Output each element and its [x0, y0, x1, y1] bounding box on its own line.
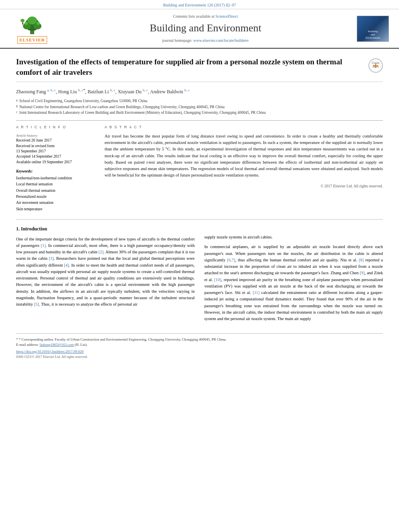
publisher-logo-area: ELSEVIER — [8, 13, 56, 44]
journal-banner: Building and Environment 126 (2017) 82–9… — [0, 0, 399, 9]
corresponding-footnote: * * Corresponding author. Faculty of Urb… — [16, 337, 383, 342]
intro-heading: 1. Introduction — [16, 225, 195, 233]
authors-line: Zhaosong Fang a, b, c, Hong Liu b, c*, B… — [16, 88, 383, 95]
elsevier-logo: ELSEVIER — [17, 13, 47, 44]
keywords-list: Isothermal/non-isothermal condition Loca… — [16, 176, 97, 212]
svg-point-9 — [21, 19, 25, 22]
intro-col-left: 1. Introduction One of the important des… — [16, 225, 195, 325]
article-content: Investigation of the effects of temperat… — [0, 49, 399, 368]
elsevier-label: ELSEVIER — [17, 36, 47, 44]
journal-header: ELSEVIER Contents lists available at Sci… — [0, 9, 399, 49]
crossmark-icon: Cross Mark — [368, 58, 383, 73]
journal-cover-image: BuildingandEnvironment — [357, 16, 389, 42]
article-info-col: A R T I C L E I N F O Article history: R… — [16, 125, 97, 213]
cite-11[interactable]: [11] — [253, 290, 259, 295]
article-info-abstract: A R T I C L E I N F O Article history: R… — [16, 120, 383, 213]
journal-title: Building and Environment — [56, 21, 355, 35]
doi-line: https://doi.org/10.1016/j.buildenv.2017.… — [16, 349, 383, 354]
cite-4[interactable]: [4] — [64, 263, 69, 267]
keyword-4: Personalized nozzle — [16, 194, 97, 199]
introduction-section: 1. Introduction One of the important des… — [16, 225, 383, 325]
journal-cover-area: BuildingandEnvironment — [355, 16, 391, 42]
corresponding-email[interactable]: liuhong1865@163.com — [39, 343, 74, 347]
cite-1[interactable]: [1] — [41, 243, 45, 248]
received-date: Received 20 June 2017 — [16, 138, 97, 143]
abstract-text: Air travel has become the most popular f… — [105, 133, 383, 179]
intro-p1: One of the important design criteria for… — [16, 236, 195, 308]
svg-point-5 — [27, 16, 37, 25]
cite-10[interactable]: [10] — [214, 277, 222, 282]
article-title: Investigation of the effects of temperat… — [16, 57, 364, 77]
keyword-3: Overall thermal sensation — [16, 188, 97, 193]
banner-text: Building and Environment 126 (2017) 82–9… — [163, 3, 236, 7]
email-footnote: E-mail address: liuhong1865@163.com (H. … — [16, 342, 383, 347]
section-divider — [16, 219, 383, 220]
issn-line: 0360-1323/© 2017 Elsevier Ltd. All right… — [16, 355, 383, 359]
author-2: Hong Liu — [58, 89, 78, 94]
affiliations: a School of Civil Engineering, Guangzhou… — [16, 98, 383, 115]
author-3: Baizhan Li — [88, 89, 110, 94]
keyword-6: Skin temperature — [16, 207, 97, 212]
accepted-date: Accepted 14 September 2017 — [16, 154, 97, 159]
copyright: © 2017 Elsevier Ltd. All rights reserved… — [105, 182, 383, 189]
keyword-2: Local thermal sensation — [16, 182, 97, 187]
cite-67[interactable]: [6,7] — [227, 258, 235, 262]
keywords-section: Keywords: Isothermal/non-isothermal cond… — [16, 169, 97, 212]
affil-a: a School of Civil Engineering, Guangzhou… — [16, 98, 383, 104]
author-5: Andrew Baldwin — [150, 89, 184, 94]
svg-point-7 — [37, 22, 40, 25]
article-title-section: Investigation of the effects of temperat… — [16, 57, 383, 82]
journal-title-area: Contents lists available at ScienceDirec… — [56, 14, 355, 43]
author-1: Zhaosong Fang — [16, 89, 47, 94]
affil-c: c Joint International Research Laborator… — [16, 110, 383, 115]
author-4: Xiuyuan Du — [118, 89, 143, 94]
intro-p3: In commercial airplanes, air is supplied… — [204, 244, 383, 322]
cite-8[interactable]: [8] — [359, 258, 364, 262]
cite-2[interactable]: [2] — [99, 250, 103, 254]
abstract-label: A B S T R A C T — [105, 125, 383, 130]
journal-homepage-link[interactable]: www.elsevier.com/locate/buildenv — [193, 38, 249, 43]
svg-point-6 — [25, 22, 28, 25]
cite-9[interactable]: [9] — [360, 271, 364, 275]
journal-cover-label: BuildingandEnvironment — [366, 30, 380, 40]
footnote-section: * * Corresponding author. Faculty of Urb… — [16, 333, 383, 359]
article-history: Article history: Received 20 June 2017 R… — [16, 133, 97, 165]
crossmark-badge: Cross Mark — [368, 58, 383, 73]
article-info-label: A R T I C L E I N F O — [16, 125, 97, 130]
keyword-1: Isothermal/non-isothermal condition — [16, 176, 97, 181]
intro-p2: supply nozzle systems in aircraft cabins… — [204, 234, 383, 240]
journal-homepage: journal homepage: www.elsevier.com/locat… — [56, 38, 355, 43]
cite-5[interactable]: [5] — [34, 302, 39, 306]
available-date: Available online 19 September 2017 — [16, 160, 97, 165]
keyword-5: Air movement sensation — [16, 200, 97, 205]
elsevier-tree-icon — [18, 13, 46, 35]
abstract-col: A B S T R A C T Air travel has become th… — [105, 125, 383, 213]
sciencedirect-link[interactable]: ScienceDirect — [215, 14, 238, 18]
doi-link[interactable]: https://doi.org/10.1016/j.buildenv.2017.… — [16, 349, 84, 353]
revised-date: Received in revised form13 September 201… — [16, 144, 97, 154]
sciencedirect-line: Contents lists available at ScienceDirec… — [56, 14, 355, 19]
affil-b: b National Centre for International Rese… — [16, 104, 383, 110]
intro-col-right: supply nozzle systems in aircraft cabins… — [204, 225, 383, 325]
cite-3[interactable]: [3] — [49, 256, 53, 261]
